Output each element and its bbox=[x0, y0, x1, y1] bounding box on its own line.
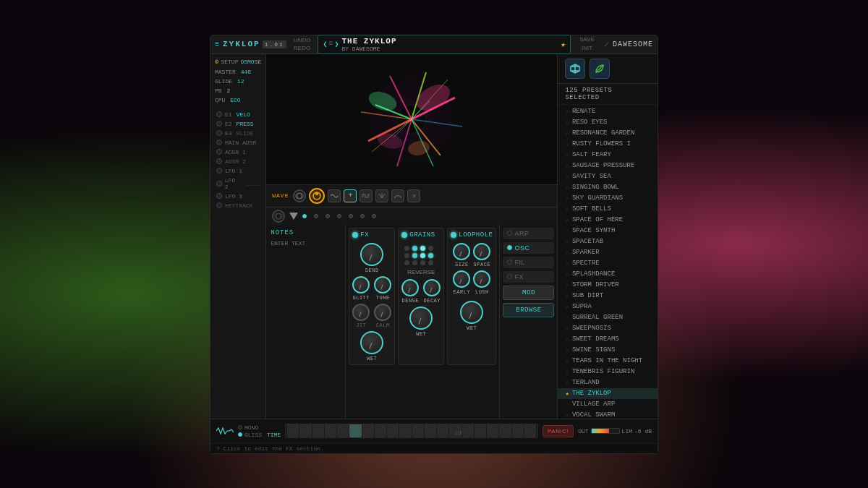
fx-button[interactable]: FX bbox=[503, 271, 554, 283]
preset-list-item[interactable]: ☆RUSTY FLOWERS I bbox=[558, 139, 658, 150]
wave-knob[interactable] bbox=[309, 188, 325, 204]
decay-knob[interactable] bbox=[423, 279, 441, 296]
mod-lfo2[interactable]: LFO 2 ____ bbox=[213, 176, 263, 192]
preset-list-item[interactable]: ☆SPLASHDANCE bbox=[558, 269, 658, 280]
preset-list-item[interactable]: ☆SWEEPNOSIS bbox=[558, 323, 658, 334]
preset-star-icon[interactable]: ★ bbox=[561, 39, 566, 50]
preset-list-item[interactable]: ☆SPACETAB bbox=[558, 236, 658, 247]
preset-list-item[interactable]: ☆SKY GUARDIANS bbox=[558, 193, 658, 204]
grid-dot-5[interactable] bbox=[404, 253, 409, 258]
preset-list-item[interactable]: ☆SAVITY SEA bbox=[558, 171, 658, 182]
calm-knob[interactable] bbox=[374, 304, 391, 321]
preset-list-item[interactable]: ☆SAUSAGE PRESSURE bbox=[558, 160, 658, 171]
preset-list-item[interactable]: ☆TEARS IN THE NIGHT bbox=[558, 356, 658, 367]
fil-button[interactable]: FIL bbox=[503, 257, 554, 268]
preset-list-item[interactable]: ☆RESONANCE GARDEN bbox=[558, 128, 658, 139]
preset-list-item[interactable]: ☆SPARKER bbox=[558, 247, 658, 258]
mod-e1[interactable]: E1 VELO bbox=[213, 110, 263, 119]
preset-list-item[interactable]: ☆SUPRA bbox=[558, 301, 658, 312]
master-value[interactable]: 440 bbox=[241, 69, 251, 75]
preset-list-item[interactable]: ☆TENEBRIS FIGURIN bbox=[558, 367, 658, 377]
preset-list-item[interactable]: ☆SPECTRE bbox=[558, 258, 658, 269]
wave-x-btn[interactable]: ✕ bbox=[407, 189, 420, 202]
nav-right-icon[interactable]: ❯ bbox=[334, 40, 339, 48]
mod-lfo1[interactable]: LFO 1 bbox=[213, 166, 263, 176]
dot-2[interactable] bbox=[314, 214, 318, 218]
mod-main-adsr[interactable]: MAIN ADSR bbox=[213, 138, 263, 147]
preset-list-item[interactable]: ☆TERLAND bbox=[558, 377, 658, 388]
preset-list-item[interactable]: ☆VOCAL SWARM bbox=[558, 410, 658, 419]
preset-list-item[interactable]: ☆SUB DIRT bbox=[558, 291, 658, 301]
dot-7[interactable] bbox=[372, 214, 376, 218]
grid-dot-11[interactable] bbox=[420, 260, 425, 265]
preset-list-item[interactable]: ☆RENATE bbox=[558, 106, 658, 117]
mod-lfo3[interactable]: LFO 3 bbox=[213, 192, 263, 201]
preset-list-item[interactable]: ★THE ZYKLOP bbox=[558, 388, 658, 399]
space-knob[interactable] bbox=[473, 243, 490, 260]
arp-button[interactable]: ARP bbox=[503, 228, 554, 239]
dense-knob[interactable] bbox=[401, 279, 419, 296]
grid-dot-1[interactable] bbox=[404, 246, 409, 251]
fx-wet-knob[interactable] bbox=[360, 331, 383, 354]
wave-fan-btn[interactable] bbox=[375, 189, 388, 202]
mod-adsr2[interactable]: ADSR 2 bbox=[213, 157, 263, 166]
dot-3[interactable] bbox=[326, 214, 330, 218]
hamburger-icon[interactable]: ≡ bbox=[215, 40, 221, 48]
init-button[interactable]: INIT bbox=[578, 45, 596, 52]
grid-dot-4[interactable] bbox=[428, 246, 433, 251]
wave-arch-btn[interactable] bbox=[391, 189, 404, 202]
mod-adsr1[interactable]: ADSR 1 bbox=[213, 147, 263, 157]
grid-dot-7[interactable] bbox=[420, 253, 425, 258]
mono-radio[interactable]: MONO bbox=[238, 424, 281, 431]
grid-dot-6[interactable] bbox=[412, 253, 417, 258]
glitt-knob[interactable] bbox=[352, 276, 370, 294]
clouds-wet-knob[interactable] bbox=[460, 301, 483, 324]
dot-4[interactable] bbox=[337, 214, 341, 218]
undo-button[interactable]: UNDO bbox=[292, 37, 312, 44]
save-button[interactable]: SAVE bbox=[578, 36, 596, 43]
preset-list-item[interactable]: ☆SURREAL GREEN bbox=[558, 312, 658, 323]
grains-wet-knob[interactable] bbox=[409, 307, 433, 330]
notes-input[interactable] bbox=[271, 239, 341, 326]
mod-e2[interactable]: E2 PRESS bbox=[213, 119, 263, 129]
send-knob[interactable] bbox=[360, 243, 383, 266]
dot-6[interactable] bbox=[360, 214, 365, 218]
preset-list-item[interactable]: ☆STORM DRIVER bbox=[558, 280, 658, 291]
gliss-radio[interactable]: GLISS TIME bbox=[238, 432, 281, 438]
dot-1[interactable] bbox=[302, 214, 307, 218]
glide-value[interactable]: 12 bbox=[237, 78, 244, 85]
preset-list-item[interactable]: ☆SALT FEARY bbox=[558, 150, 658, 160]
wave-plus-btn[interactable]: + bbox=[344, 189, 357, 202]
ring-mod-icon[interactable] bbox=[293, 189, 306, 202]
preset-list-item[interactable]: ☆SINGING BOWL bbox=[558, 182, 658, 193]
mod-e3[interactable]: E3 SLIDE bbox=[213, 129, 263, 138]
dot-5[interactable] bbox=[349, 214, 353, 218]
osc-button[interactable]: OSC bbox=[503, 242, 554, 254]
grains-led[interactable] bbox=[401, 232, 407, 238]
preset-list-item[interactable]: ☆SWINE SIGNS bbox=[558, 345, 658, 356]
size-knob[interactable] bbox=[453, 243, 470, 260]
grid-dot-2[interactable] bbox=[412, 246, 417, 251]
ring-icon-2[interactable] bbox=[272, 210, 285, 223]
browse-button[interactable]: BROWSE bbox=[503, 303, 554, 317]
preset-list-item[interactable]: ☆SWEET DREAMS bbox=[558, 334, 658, 345]
preset-list-item[interactable]: ☆RESO EYES bbox=[558, 117, 658, 128]
keyboard-visual[interactable]: C3 bbox=[285, 424, 538, 438]
preset-list-item[interactable]: ☆SPACE SYNTH bbox=[558, 226, 658, 236]
grid-dot-10[interactable] bbox=[412, 260, 417, 265]
reverse-button[interactable]: REVERSE bbox=[401, 269, 441, 275]
wave-sine-btn[interactable] bbox=[328, 189, 341, 202]
grid-dot-9[interactable] bbox=[404, 260, 409, 265]
leaf-icon-btn[interactable] bbox=[590, 59, 610, 79]
redo-button[interactable]: REDO bbox=[292, 45, 312, 52]
jit-knob[interactable] bbox=[352, 304, 370, 321]
grid-dot-3[interactable] bbox=[420, 246, 425, 251]
mod-button[interactable]: MOD bbox=[503, 286, 554, 300]
nav-left-icon[interactable]: ❮ bbox=[323, 40, 327, 48]
preset-list-item[interactable]: ☆SOFT BELLS bbox=[558, 204, 658, 215]
grid-dot-12[interactable] bbox=[428, 260, 433, 265]
fx-led[interactable] bbox=[352, 232, 358, 238]
preset-list-item[interactable]: ☆SPACE OF HERE bbox=[558, 215, 658, 226]
tune-knob[interactable] bbox=[374, 276, 391, 294]
early-knob[interactable] bbox=[453, 270, 470, 288]
